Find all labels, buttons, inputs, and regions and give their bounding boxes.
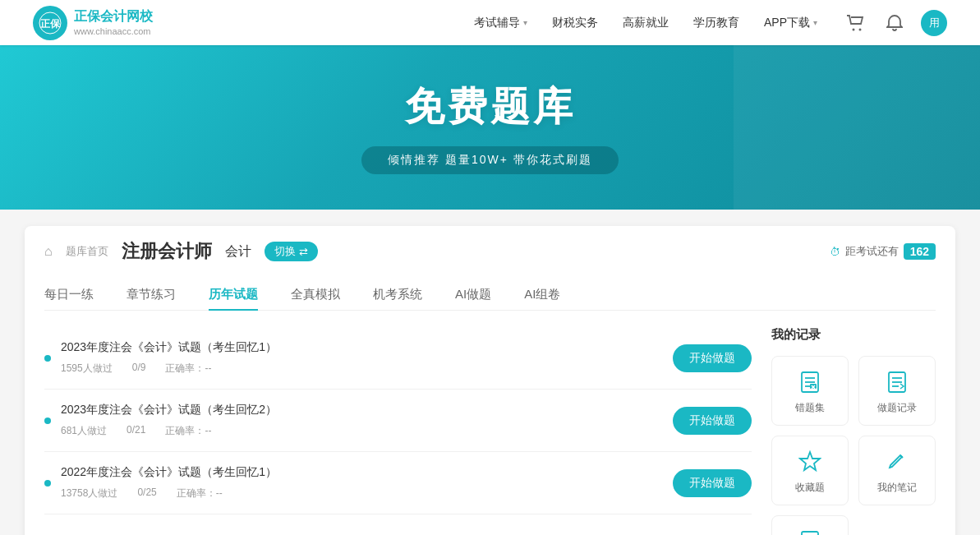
history-icon bbox=[882, 367, 912, 396]
nav-item-tax[interactable]: 财税实务 bbox=[552, 16, 598, 30]
accuracy: 正确率：-- bbox=[165, 362, 211, 376]
main-nav: 考试辅导 ▾ 财税实务 高薪就业 学历教育 APP下载 ▾ bbox=[474, 16, 817, 30]
question-meta: 1595人做过 0/9 正确率：-- bbox=[61, 362, 660, 376]
svg-marker-15 bbox=[800, 452, 820, 470]
clock-icon: ⏱ bbox=[830, 246, 840, 258]
breadcrumb: ⌂ 题库首页 注册会计师 会计 切换 ⇄ ⏱ 距考试还有 162 bbox=[44, 239, 936, 264]
question-info: 2022年度注会《会计》试题（考生回忆1） 13758人做过 0/25 正确率：… bbox=[61, 465, 660, 500]
question-title[interactable]: 2022年度注会《会计》试题（考生回忆1） bbox=[61, 465, 660, 480]
start-button-1[interactable]: 开始做题 bbox=[673, 344, 752, 372]
progress: 0/25 bbox=[137, 487, 156, 500]
hero-banner: 免费题库 倾情推荐 题量10W+ 带你花式刷题 bbox=[0, 45, 980, 210]
logo-url: www.chinaacc.com bbox=[74, 25, 153, 37]
people-count: 13758人做过 bbox=[61, 487, 117, 500]
progress: 0/9 bbox=[132, 362, 146, 376]
nav-item-career[interactable]: 高薪就业 bbox=[623, 16, 669, 30]
sidebar-card-mistakes[interactable]: 错题集 bbox=[771, 356, 849, 426]
logo-area[interactable]: 正保 正保会计网校 www.chinaacc.com bbox=[33, 6, 153, 40]
tab-simulation[interactable]: 全真模拟 bbox=[291, 280, 340, 311]
chevron-down-icon-2: ▾ bbox=[813, 18, 817, 27]
hero-subtitle: 倾情推荐 题量10W+ 带你花式刷题 bbox=[361, 146, 619, 174]
subject-tag: 会计 bbox=[225, 243, 251, 261]
main-container: ⌂ 题库首页 注册会计师 会计 切换 ⇄ ⏱ 距考试还有 162 每日一练 章节… bbox=[25, 226, 955, 535]
start-button-3[interactable]: 开始做题 bbox=[673, 469, 752, 497]
nav-item-education[interactable]: 学历教育 bbox=[693, 16, 739, 30]
question-meta: 13758人做过 0/25 正确率：-- bbox=[61, 487, 660, 500]
switch-button[interactable]: 切换 ⇄ bbox=[265, 242, 318, 261]
mistakes-label: 错题集 bbox=[795, 401, 825, 415]
report-icon bbox=[795, 526, 825, 535]
sidebar-card-history[interactable]: 做题记录 bbox=[858, 356, 936, 426]
tab-ai-practice[interactable]: AI做题 bbox=[455, 280, 491, 311]
hero-title: 免费题库 bbox=[405, 81, 576, 133]
accuracy: 正确率：-- bbox=[177, 487, 223, 500]
dot-icon bbox=[44, 480, 51, 487]
tab-ai-compose[interactable]: AI组卷 bbox=[524, 280, 560, 311]
sidebar-card-favorites[interactable]: 收藏题 bbox=[771, 436, 849, 505]
header: 正保 正保会计网校 www.chinaacc.com 考试辅导 ▾ 财税实务 高… bbox=[0, 0, 980, 45]
header-icons: 用 bbox=[842, 10, 947, 36]
tab-nav: 每日一练 章节练习 历年试题 全真模拟 机考系统 AI做题 AI组卷 bbox=[44, 280, 936, 311]
notes-label: 我的笔记 bbox=[877, 481, 917, 495]
logo-text: 正保会计网校 www.chinaacc.com bbox=[74, 8, 153, 37]
question-title[interactable]: 2023年度注会《会计》试题（考生回忆1） bbox=[61, 340, 660, 355]
tab-chapter[interactable]: 章节练习 bbox=[127, 280, 176, 311]
svg-text:正保: 正保 bbox=[40, 18, 61, 30]
user-avatar[interactable]: 用 bbox=[921, 10, 947, 36]
people-count: 1595人做过 bbox=[61, 362, 113, 376]
question-meta: 681人做过 0/21 正确率：-- bbox=[61, 424, 660, 438]
chevron-down-icon: ▾ bbox=[523, 18, 527, 27]
countdown-number: 162 bbox=[904, 243, 936, 260]
tab-past-exams[interactable]: 历年试题 bbox=[209, 280, 258, 311]
exam-countdown: ⏱ 距考试还有 162 bbox=[830, 243, 936, 260]
breadcrumb-item[interactable]: 题库首页 bbox=[66, 244, 108, 259]
home-icon[interactable]: ⌂ bbox=[44, 244, 53, 259]
question-title[interactable]: 2023年度注会《会计》试题（考生回忆2） bbox=[61, 403, 660, 417]
question-info: 2023年度注会《会计》试题（考生回忆2） 681人做过 0/21 正确率：-- bbox=[61, 403, 660, 438]
pencil-icon bbox=[882, 446, 912, 476]
dot-icon bbox=[44, 417, 51, 424]
favorites-label: 收藏题 bbox=[795, 481, 825, 495]
start-button-2[interactable]: 开始做题 bbox=[673, 407, 752, 435]
notification-button[interactable] bbox=[881, 10, 908, 36]
svg-point-3 bbox=[859, 28, 862, 30]
svg-rect-17 bbox=[802, 532, 818, 535]
star-icon bbox=[795, 446, 825, 476]
people-count: 681人做过 bbox=[61, 424, 107, 438]
table-row: 2023年度注会《会计》试题（考生回忆2） 681人做过 0/21 正确率：--… bbox=[44, 390, 752, 452]
svg-line-16 bbox=[890, 467, 892, 468]
progress: 0/21 bbox=[127, 424, 145, 438]
tab-computer[interactable]: 机考系统 bbox=[373, 280, 422, 311]
accuracy: 正确率：-- bbox=[165, 424, 211, 438]
sidebar-grid: 错题集 做题记录 bbox=[771, 356, 936, 535]
sidebar-title: 我的记录 bbox=[771, 327, 936, 343]
history-label: 做题记录 bbox=[877, 401, 917, 415]
page-title: 注册会计师 bbox=[122, 239, 212, 264]
logo-icon: 正保 bbox=[33, 6, 67, 40]
sidebar-card-notes[interactable]: 我的笔记 bbox=[858, 436, 936, 505]
svg-point-2 bbox=[853, 28, 855, 30]
cart-button[interactable] bbox=[842, 10, 868, 36]
question-info: 2023年度注会《会计》试题（考生回忆1） 1595人做过 0/9 正确率：-- bbox=[61, 340, 660, 376]
sidebar-panel: 我的记录 错题集 bbox=[771, 327, 936, 535]
nav-item-app[interactable]: APP下载 ▾ bbox=[764, 16, 817, 30]
nav-item-exam[interactable]: 考试辅导 ▾ bbox=[474, 16, 527, 30]
dot-icon bbox=[44, 355, 51, 362]
table-row: 2023年度注会《会计》试题（考生回忆1） 1595人做过 0/9 正确率：--… bbox=[44, 327, 752, 390]
sidebar-card-report[interactable]: 做题报告 bbox=[771, 515, 849, 535]
switch-icon: ⇄ bbox=[299, 246, 308, 258]
mistakes-icon bbox=[795, 367, 825, 396]
tab-daily[interactable]: 每日一练 bbox=[44, 280, 94, 311]
question-list: 2023年度注会《会计》试题（考生回忆1） 1595人做过 0/9 正确率：--… bbox=[44, 327, 752, 535]
logo-name: 正保会计网校 bbox=[74, 8, 153, 25]
content-layout: 2023年度注会《会计》试题（考生回忆1） 1595人做过 0/9 正确率：--… bbox=[44, 327, 936, 535]
table-row: 2022年度注会《会计》试题（考生回忆1） 13758人做过 0/25 正确率：… bbox=[44, 452, 752, 514]
